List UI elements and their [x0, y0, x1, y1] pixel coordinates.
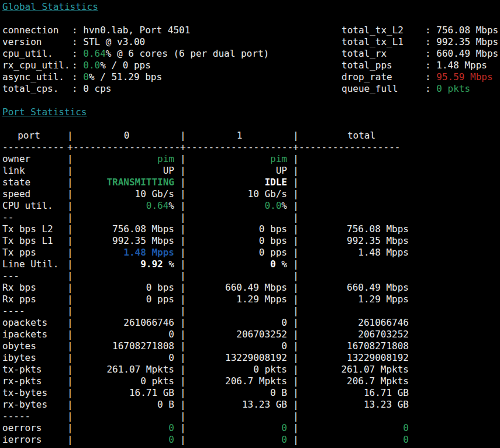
cell-port1: UP: [186, 165, 293, 177]
column-pipe: |: [180, 411, 186, 422]
column-pipe: |: [67, 235, 73, 247]
global-stat-row: total_cps.: 0 cpsqueue_full: 0 pkts: [2, 83, 500, 95]
table-row: ----|||: [2, 305, 500, 317]
stat-label: async_util.: [2, 71, 72, 83]
cell-total: 1.48 Mpps: [299, 247, 411, 259]
cell-port0: 0 bps: [73, 282, 180, 294]
table-row: owner|pim|pim|: [2, 153, 500, 165]
row-label: ----: [2, 305, 67, 317]
cell-total: 660.49 Mbps: [299, 282, 411, 294]
cell-port0: pim: [73, 153, 180, 165]
global-stat-row: async_util.: 0% / 51.29 bpsdrop_rate: 95…: [2, 71, 500, 83]
column-pipe: |: [293, 235, 299, 247]
column-pipe: |: [180, 399, 186, 411]
row-label: obytes: [2, 340, 67, 352]
cell-port0: 261066746: [73, 317, 180, 329]
table-row: -----|||: [2, 411, 500, 422]
cell-port0: [73, 270, 180, 282]
column-pipe: |: [180, 364, 186, 375]
cell-port1: 0 bps: [186, 235, 293, 247]
column-pipe: |: [67, 177, 73, 188]
cell-total: 756.08 Mbps: [299, 223, 411, 235]
colon-separator: :: [425, 36, 436, 47]
column-pipe: |: [180, 387, 186, 399]
cell-total: 1.29 Mpps: [299, 294, 411, 305]
stat-value: 1.48 Mpps: [436, 60, 487, 71]
cell-port1: [186, 411, 293, 422]
row-label: ibytes: [2, 352, 67, 364]
cell-port0: 0: [73, 352, 180, 364]
colon-separator: :: [72, 83, 83, 94]
column-pipe: |: [67, 165, 73, 177]
text-span: 0: [281, 422, 287, 433]
stat-value: 992.35 Mbps: [436, 36, 498, 47]
row-label: tx-bytes: [2, 387, 67, 399]
stat-value: 660.49 Mbps: [436, 48, 498, 59]
cell-total: [299, 212, 411, 223]
cell-port0: 756.08 Mbps: [73, 223, 180, 235]
row-label: --: [2, 212, 67, 223]
table-row: Tx bps L1|992.35 Mbps|0 bps|992.35 Mbps: [2, 235, 500, 247]
column-pipe: |: [180, 212, 186, 223]
stat-label: rx_cpu_util.: [2, 60, 72, 71]
global-stat-right: total_tx_L2: 756.08 Mbps: [342, 25, 498, 36]
table-row: --|||: [2, 212, 500, 223]
column-pipe: |: [293, 247, 299, 259]
column-pipe: |: [67, 352, 73, 364]
text-span: pim: [270, 153, 287, 164]
column-pipe: |: [67, 294, 73, 305]
text-span: 0: [168, 422, 174, 433]
cell-port0: 16708271808: [73, 340, 180, 352]
column-pipe: |: [67, 223, 73, 235]
cell-total: 16.71 GB: [299, 387, 411, 399]
column-pipe: |: [180, 305, 186, 317]
colon-separator: :: [72, 71, 83, 82]
column-pipe: |: [180, 223, 186, 235]
column-pipe: |: [67, 317, 73, 329]
row-label: CPU util.: [2, 200, 67, 212]
row-label: -----: [2, 411, 67, 422]
cell-port1: 0: [186, 340, 293, 352]
cell-port0: [73, 212, 180, 223]
cell-port1: 0 pps: [186, 247, 293, 259]
stat-label: total_tx_L1: [342, 36, 425, 48]
text-span: pim: [157, 153, 174, 164]
text-span: 95.59 Mbps: [436, 71, 492, 82]
separator-segment: ------------------: [299, 142, 411, 153]
cell-total: 261066746: [299, 317, 411, 329]
column-pipe: |: [67, 259, 73, 270]
cell-port0: 10 Gb/s: [73, 188, 180, 200]
blank-line: [2, 13, 500, 25]
colon-separator: :: [425, 71, 436, 82]
column-pipe: |: [180, 177, 186, 188]
cell-port1: 660.49 Mbps: [186, 282, 293, 294]
global-stat-right: total_pps: 1.48 Mpps: [342, 60, 487, 71]
header-col0: 0: [73, 130, 180, 142]
table-row: Rx pps|0 pps|1.29 Mpps|1.29 Mpps: [2, 294, 500, 305]
cell-port1: 0 pkts: [186, 364, 293, 375]
column-pipe: |: [180, 153, 186, 165]
table-separator-row: -----------+-------------------+--------…: [2, 142, 500, 153]
column-pipe: |: [67, 399, 73, 411]
cell-port1: 0 %: [186, 259, 293, 270]
stat-value: hvn0.lab, Port 4501: [83, 25, 190, 36]
table-row: CPU util.|0.64%|0.0%|: [2, 200, 500, 212]
cell-port1: 13229008192: [186, 352, 293, 364]
column-pipe: |: [67, 422, 73, 434]
colon-separator: :: [425, 25, 436, 36]
table-row: state|TRANSMITTING|IDLE|: [2, 177, 500, 188]
row-label: owner: [2, 153, 67, 165]
separator-segment: -------------------: [73, 142, 180, 153]
column-pipe: |: [180, 130, 186, 142]
column-pipe: |: [180, 235, 186, 247]
column-pipe: |: [293, 399, 299, 411]
table-row: ibytes|0|13229008192|13229008192: [2, 352, 500, 364]
column-pipe: |: [293, 352, 299, 364]
row-label: Line Util.: [2, 259, 67, 270]
text-span: 0 pkts: [436, 83, 470, 94]
cell-port1: 0: [186, 422, 293, 434]
column-pipe: |: [180, 282, 186, 294]
stat-label: queue_full: [342, 83, 425, 95]
column-pipe: |: [67, 434, 73, 446]
global-stat-row: connection: hvn0.lab, Port 4501total_tx_…: [2, 25, 500, 36]
